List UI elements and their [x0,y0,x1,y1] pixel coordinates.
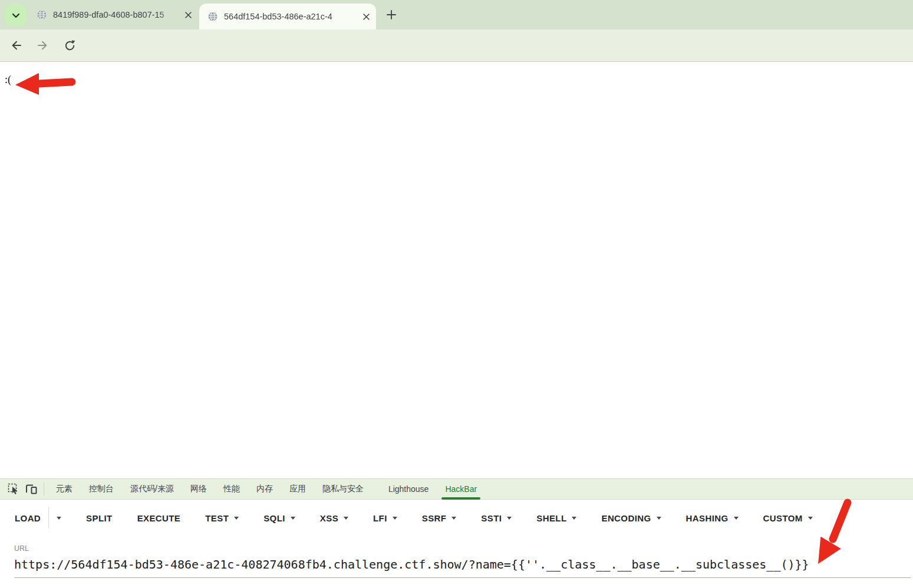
plus-icon [385,9,397,21]
devtools-tabs: 元素 控制台 源代码/来源 网络 性能 内存 应用 隐私与安全 Lighthou… [48,479,485,499]
chevron-down-icon [808,517,813,520]
tab-title: 564df154-bd53-486e-a21c-4 [224,12,360,21]
tab-search-button[interactable] [5,4,27,26]
load-dropdown-caret-icon[interactable] [57,517,61,520]
close-icon[interactable] [360,10,373,23]
chevron-down-icon [451,517,456,520]
lfi-menu[interactable]: LFI [373,513,397,523]
new-tab-button[interactable] [383,6,400,23]
devtools-tab-performance[interactable]: 性能 [215,479,248,499]
ssrf-menu[interactable]: SSRF [422,513,457,523]
devtools-tab-memory[interactable]: 内存 [248,479,281,499]
inspect-element-button[interactable] [5,480,22,498]
hackbar-url-input[interactable] [14,553,911,578]
execute-button[interactable]: EXECUTE [137,513,181,523]
split-button[interactable]: SPLIT [86,513,113,523]
xss-menu[interactable]: XSS [320,513,348,523]
forward-arrow-icon [37,39,50,52]
url-field-label: URL [14,544,911,553]
chevron-down-icon [9,8,23,22]
encoding-label: ENCODING [601,513,651,523]
chevron-down-icon [291,517,295,520]
browser-toolbar: 564df154-bd53-486e-a21c-408274068fb4.cha… [0,29,913,61]
device-toolbar-icon [25,483,38,495]
divider [44,483,44,495]
red-arrow-to-sad-face [11,70,77,98]
chevron-down-icon [657,517,661,520]
close-icon[interactable] [182,8,195,21]
chevron-down-icon [344,517,348,520]
tab-title: 8419f989-dfa0-4608-b807-15 [53,10,182,19]
devtools-tab-bar: 元素 控制台 源代码/来源 网络 性能 内存 应用 隐私与安全 Lighthou… [0,478,913,500]
chevron-down-icon [507,517,512,520]
devtools-tab-hackbar[interactable]: HackBar [437,479,485,499]
sqli-menu[interactable]: SQLI [263,513,295,523]
page-content: :( [0,61,913,478]
shell-menu[interactable]: SHELL [536,513,576,523]
load-button[interactable]: LOAD [15,513,41,523]
custom-label: CUSTOM [763,513,803,523]
ssti-label: SSTI [481,513,502,523]
custom-menu[interactable]: CUSTOM [763,513,813,523]
sqli-label: SQLI [263,513,285,523]
devtools-tab-privacy-security[interactable]: 隐私与安全 [314,479,372,499]
xss-label: XSS [320,513,338,523]
chevron-down-icon [734,517,739,520]
back-button[interactable] [6,35,26,55]
forward-button[interactable] [33,35,53,55]
tab-strip: 8419f989-dfa0-4608-b807-15 564df154-bd53… [0,0,913,29]
inspect-cursor-icon [8,483,19,495]
hackbar-menu: LOAD SPLIT EXECUTE TEST SQLI XSS LFI SSR… [0,500,913,536]
ssti-menu[interactable]: SSTI [481,513,512,523]
devtools-panel: 元素 控制台 源代码/来源 网络 性能 内存 应用 隐私与安全 Lighthou… [0,478,913,588]
devtools-tab-sources[interactable]: 源代码/来源 [122,479,182,499]
tab-1[interactable]: 8419f989-dfa0-4608-b807-15 [28,0,198,29]
devtools-tab-lighthouse[interactable]: Lighthouse [380,479,437,499]
hashing-label: HASHING [686,513,729,523]
lfi-label: LFI [373,513,387,523]
reload-button[interactable] [60,35,80,55]
load-button-group: LOAD [15,507,61,528]
chevron-down-icon [572,517,576,520]
ssrf-label: SSRF [422,513,447,523]
globe-icon [37,9,47,20]
hackbar-url-section: URL [0,536,913,578]
page-body-text: :( [5,74,11,86]
encoding-menu[interactable]: ENCODING [601,513,661,523]
back-arrow-icon [9,39,22,52]
devtools-tab-console[interactable]: 控制台 [81,479,122,499]
devtools-tab-network[interactable]: 网络 [182,479,215,499]
devtools-tab-application[interactable]: 应用 [281,479,314,499]
chevron-down-icon [393,517,397,520]
test-menu[interactable]: TEST [205,513,239,523]
chevron-down-icon [234,517,239,520]
divider [48,507,49,528]
test-label: TEST [205,513,229,523]
device-toolbar-button[interactable] [22,480,40,498]
hashing-menu[interactable]: HASHING [686,513,739,523]
reload-icon [64,39,76,52]
devtools-tab-elements[interactable]: 元素 [48,479,81,499]
tab-2-active[interactable]: 564df154-bd53-486e-a21c-4 [199,4,376,29]
browser-window: 8419f989-dfa0-4608-b807-15 564df154-bd53… [0,0,913,588]
shell-label: SHELL [536,513,566,523]
globe-icon [207,11,218,22]
